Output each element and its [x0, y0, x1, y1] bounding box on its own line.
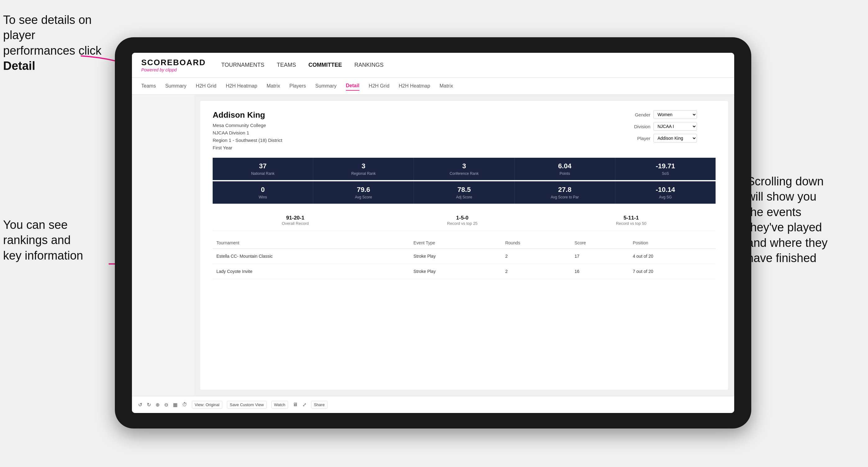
sub-nav-h2h-heatmap2[interactable]: H2H Heatmap: [399, 82, 430, 90]
stat-regional-rank: 3 Regional Rank: [313, 158, 414, 180]
expand-icon[interactable]: ⤢: [302, 402, 306, 408]
sub-nav-teams[interactable]: Teams: [141, 82, 156, 90]
stats-grid-row2: 0 Wins 79.6 Avg Score 78.5 Adj Score: [213, 181, 716, 204]
bottom-toolbar: ↺ ↻ ⊕ ⊖ ▦ ⏱ View: Original Save Custom V…: [132, 396, 734, 413]
sub-nav: Teams Summary H2H Grid H2H Heatmap Matri…: [132, 77, 734, 95]
filter-player-row: Player Addison King: [629, 134, 716, 143]
player-year: First Year: [213, 144, 282, 152]
screen-icon[interactable]: 🖥: [293, 402, 298, 407]
stat-wins-value: 0: [216, 186, 310, 194]
tablet-screen: SCOREBOARD Powered by clippd TOURNAMENTS…: [132, 53, 734, 413]
stat-conference-rank: 3 Conference Rank: [414, 158, 515, 180]
annotation-r-1: Scrolling down: [747, 175, 824, 188]
nav-items: TOURNAMENTS TEAMS COMMITTEE RANKINGS: [221, 60, 384, 70]
stat-conference-rank-label: Conference Rank: [417, 172, 511, 176]
sub-nav-players[interactable]: Players: [289, 82, 306, 90]
annotation-top-left: To see details on player performances cl…: [3, 12, 108, 74]
sub-nav-matrix[interactable]: Matrix: [267, 82, 280, 90]
content-panel: Addison King Mesa Community College NJCA…: [200, 101, 728, 390]
clock-icon[interactable]: ⏱: [182, 402, 187, 407]
stat-avg-sg-label: Avg SG: [618, 195, 712, 199]
undo-icon[interactable]: ↺: [138, 402, 142, 408]
filter-division-label: Division: [629, 124, 650, 129]
record-top50-value: 5-11-1: [616, 215, 646, 221]
sub-nav-h2h-grid2[interactable]: H2H Grid: [369, 82, 390, 90]
table-header-position: Position: [629, 237, 716, 249]
player-region: Region 1 - Southwest (18) District: [213, 136, 282, 144]
nav-tournaments[interactable]: TOURNAMENTS: [221, 60, 265, 70]
table-header-rounds: Rounds: [501, 237, 570, 249]
stats-grid-row1: 37 National Rank 3 Regional Rank 3 Confe…: [213, 158, 716, 180]
annotation-r-3: the events: [747, 206, 801, 219]
main-content: Addison King Mesa Community College NJCA…: [132, 95, 734, 396]
stat-regional-rank-label: Regional Rank: [316, 172, 410, 176]
tournament-name-2: Lady Coyote Invite: [213, 264, 410, 279]
redo-icon[interactable]: ↻: [147, 402, 151, 408]
share-button[interactable]: Share: [311, 401, 328, 409]
stat-national-rank-value: 37: [216, 162, 310, 170]
stat-avg-score-par: 27.8 Avg Score to Par: [515, 181, 615, 204]
tablet-shell: SCOREBOARD Powered by clippd TOURNAMENTS…: [115, 37, 751, 429]
annotation-r-5: and where they: [747, 236, 828, 249]
annotation-r-4: they've played: [747, 221, 822, 234]
table-header-tournament: Tournament: [213, 237, 410, 249]
annotation-top-left-bold: Detail: [3, 59, 35, 72]
left-panel: [132, 95, 194, 396]
layout-icon[interactable]: ▦: [173, 402, 178, 408]
table-header-event-type: Event Type: [410, 237, 502, 249]
filter-division-select[interactable]: NJCAA I: [653, 122, 697, 131]
record-top25-label: Record vs top 25: [447, 221, 477, 226]
stat-adj-score: 78.5 Adj Score: [414, 181, 515, 204]
record-top50-label: Record vs top 50: [616, 221, 646, 226]
event-type-2: Stroke Play: [410, 264, 502, 279]
tournament-name-1: Estella CC- Mountain Classic: [213, 249, 410, 264]
save-custom-view-button[interactable]: Save Custom View: [227, 401, 267, 409]
record-overall-label: Overall Record: [282, 221, 309, 226]
player-detail: Addison King Mesa Community College NJCA…: [200, 101, 728, 288]
player-filters: Gender Women Division NJCAA I: [629, 110, 716, 152]
table-row: Estella CC- Mountain Classic Stroke Play…: [213, 249, 716, 264]
zoom-out-icon[interactable]: ⊖: [164, 402, 168, 408]
table-row: Lady Coyote Invite Stroke Play 2 16 7 ou…: [213, 264, 716, 279]
annotation-top-left-text: To see details on player performances cl…: [3, 13, 101, 57]
view-original-button[interactable]: View: Original: [192, 401, 222, 409]
watch-button[interactable]: Watch: [271, 401, 288, 409]
sub-nav-summary2[interactable]: Summary: [315, 82, 337, 90]
filter-player-select[interactable]: Addison King: [653, 134, 697, 143]
filter-division-row: Division NJCAA I: [629, 122, 716, 131]
annotation-bl-3: key information: [3, 249, 83, 262]
stat-conference-rank-value: 3: [417, 162, 511, 170]
event-type-1: Stroke Play: [410, 249, 502, 264]
stat-avg-score-par-label: Avg Score to Par: [518, 195, 612, 199]
nav-rankings[interactable]: RANKINGS: [354, 60, 384, 70]
logo-subtitle-pre: Powered by: [141, 67, 165, 72]
stat-avg-score-value: 79.6: [316, 186, 410, 194]
filter-gender-label: Gender: [629, 112, 650, 117]
sub-nav-summary[interactable]: Summary: [165, 82, 186, 90]
stat-wins: 0 Wins: [213, 181, 313, 204]
annotation-bottom-left: You can see rankings and key information: [3, 217, 115, 263]
sub-nav-matrix2[interactable]: Matrix: [440, 82, 453, 90]
top-nav: SCOREBOARD Powered by clippd TOURNAMENTS…: [132, 53, 734, 77]
stat-avg-score-label: Avg Score: [316, 195, 410, 199]
zoom-in-icon[interactable]: ⊕: [156, 402, 160, 408]
annotation-r-6: have finished: [747, 251, 816, 264]
sub-nav-h2h-grid[interactable]: H2H Grid: [196, 82, 217, 90]
sub-nav-detail[interactable]: Detail: [346, 81, 360, 91]
annotation-bl-1: You can see: [3, 218, 68, 231]
sub-nav-h2h-heatmap[interactable]: H2H Heatmap: [226, 82, 257, 90]
player-name: Addison King: [213, 110, 282, 120]
record-overall-value: 91-20-1: [282, 215, 309, 221]
nav-committee[interactable]: COMMITTEE: [309, 60, 342, 70]
position-2: 7 out of 20: [629, 264, 716, 279]
stat-sos-label: SoS: [618, 172, 712, 176]
record-top25: 1-5-0 Record vs top 25: [447, 215, 477, 226]
record-overall: 91-20-1 Overall Record: [282, 215, 309, 226]
annotation-right: Scrolling down will show you the events …: [747, 174, 865, 266]
app-container: SCOREBOARD Powered by clippd TOURNAMENTS…: [132, 53, 734, 413]
stat-avg-sg-value: -10.14: [618, 186, 712, 194]
nav-teams[interactable]: TEAMS: [277, 60, 296, 70]
filter-gender-select[interactable]: Women: [653, 110, 697, 119]
player-info: Addison King Mesa Community College NJCA…: [213, 110, 282, 152]
table-header-score: Score: [571, 237, 629, 249]
